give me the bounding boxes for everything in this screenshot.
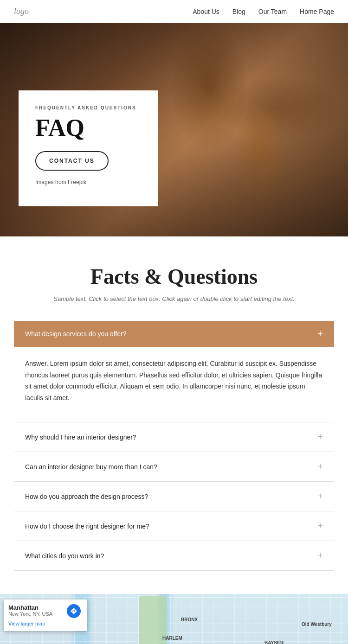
- freepik-link[interactable]: Freepik: [68, 179, 86, 185]
- hero-title: FAQ: [35, 116, 141, 140]
- hero-section: FREQUENTLY ASKED QUESTIONS FAQ CONTACT U…: [0, 23, 348, 236]
- nav-our-team[interactable]: Our Team: [258, 8, 287, 15]
- faq-toggle-icon-1: +: [318, 432, 323, 442]
- faq-toggle-icon-5: +: [318, 550, 323, 561]
- faq-active-question: What design services do you offer?: [25, 330, 126, 338]
- view-larger-map-link[interactable]: View larger map: [8, 621, 81, 626]
- faq-item-2[interactable]: Can an interior designer buy more than I…: [14, 452, 334, 481]
- hero-subtitle: FREQUENTLY ASKED QUESTIONS: [35, 105, 141, 110]
- directions-svg: [70, 607, 77, 615]
- nav-home-page[interactable]: Home Page: [300, 8, 334, 15]
- faq-section: Facts & Questions Sample text. Click to …: [0, 236, 348, 580]
- faq-item-3[interactable]: How do you approach the design process? …: [14, 481, 334, 511]
- navbar: logo About Us Blog Our Team Home Page: [0, 0, 348, 23]
- popup-text: Manhattan New York, NY, USA: [8, 604, 63, 617]
- faq-item-5[interactable]: What cities do you work in? +: [14, 541, 334, 571]
- faq-active-toggle-icon: +: [318, 329, 323, 338]
- map-label-bayside: BAYSIDE: [264, 640, 285, 644]
- popup-title: Manhattan: [8, 604, 63, 611]
- faq-question-4: How do I choose the right designer for m…: [25, 523, 149, 530]
- faq-item-4[interactable]: How do I choose the right designer for m…: [14, 511, 334, 541]
- map-popup: Manhattan New York, NY, USA View larger …: [4, 599, 87, 631]
- nav-blog[interactable]: Blog: [232, 8, 245, 15]
- faq-heading: Facts & Questions: [14, 264, 334, 289]
- nav-about-us[interactable]: About Us: [193, 8, 219, 15]
- popup-subtitle: New York, NY, USA: [8, 611, 63, 617]
- faq-toggle-icon-3: +: [318, 491, 323, 502]
- faq-active-item[interactable]: What design services do you offer? +: [14, 321, 334, 347]
- map-label-harlem: HARLEM: [162, 636, 182, 641]
- nav-links: About Us Blog Our Team Home Page: [193, 8, 334, 15]
- faq-active-answer: Answer. Lorem ipsum dolor sit amet, cons…: [14, 347, 334, 417]
- hero-images-credit: Images from Freepik: [35, 179, 141, 185]
- faq-question-3: How do you approach the design process?: [25, 493, 148, 500]
- popup-row: Manhattan New York, NY, USA: [8, 604, 81, 618]
- map-section[interactable]: MANHATTAN BRONX BROOKLYN QUEENS Newark N…: [0, 594, 348, 644]
- faq-question-5: What cities do you work in?: [25, 552, 104, 560]
- directions-icon[interactable]: [67, 604, 81, 618]
- map-label-bronx: BRONX: [181, 617, 198, 622]
- faq-item-1[interactable]: Why should I hire an interior designer? …: [14, 422, 334, 452]
- logo: logo: [14, 6, 29, 16]
- contact-us-button[interactable]: CONTACT US: [35, 151, 109, 171]
- faq-subtext: Sample text. Click to select the text bo…: [14, 295, 334, 302]
- faq-question-2: Can an interior designer buy more than I…: [25, 463, 157, 471]
- faq-toggle-icon-4: +: [318, 521, 323, 531]
- faq-toggle-icon-2: +: [318, 461, 323, 472]
- map-label-westbury: Old Westbury: [302, 622, 332, 627]
- faq-question-1: Why should I hire an interior designer?: [25, 434, 136, 441]
- hero-card: FREQUENTLY ASKED QUESTIONS FAQ CONTACT U…: [19, 90, 158, 206]
